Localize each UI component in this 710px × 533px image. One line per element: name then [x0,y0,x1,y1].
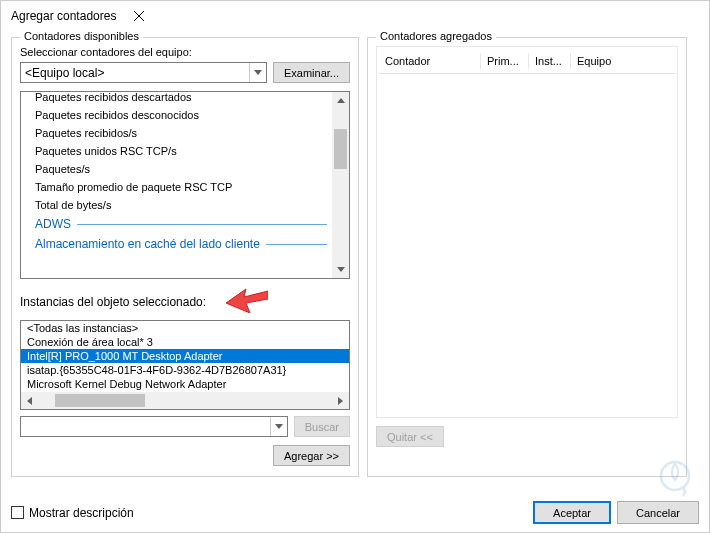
remove-button[interactable]: Quitar << [376,426,444,447]
header-instance[interactable]: Inst... [529,53,571,69]
available-counters-group: Contadores disponibles Seleccionar conta… [11,37,359,477]
available-counters-legend: Contadores disponibles [20,30,143,42]
close-button[interactable] [116,1,161,31]
scroll-down-button[interactable] [332,261,349,278]
arrow-annotation-icon [226,287,268,316]
header-counter[interactable]: Contador [379,53,481,69]
show-description-checkbox[interactable]: Mostrar descripción [11,506,533,520]
added-counters-group: Contadores agregados Contador Prim... In… [367,37,687,477]
titlebar: Agregar contadores [1,1,709,31]
category-label: ADWS [35,217,71,231]
chevron-down-icon [249,63,266,82]
scroll-left-button[interactable] [21,392,38,409]
table-header: Contador Prim... Inst... Equipo [379,49,675,74]
added-counters-table: Contador Prim... Inst... Equipo [376,46,678,418]
instances-label: Instancias del objeto seleccionado: [20,295,206,309]
scroll-thumb[interactable] [334,129,347,169]
add-button[interactable]: Agregar >> [273,445,350,466]
computer-combo[interactable]: <Equipo local> [20,62,267,83]
counter-item[interactable]: Total de bytes/s [21,196,349,214]
counter-item[interactable]: Tamaño promedio de paquete RSC TCP [21,178,349,196]
counter-item[interactable]: Paquetes recibidos/s [21,124,349,142]
counter-item[interactable]: Paquetes/s [21,160,349,178]
computer-value: <Equipo local> [25,66,104,80]
chevron-down-icon [270,417,287,436]
scroll-track[interactable] [38,392,332,409]
bottom-bar: Mostrar descripción Aceptar Cancelar [11,501,699,524]
added-counters-legend: Contadores agregados [376,30,496,42]
category-line [77,224,327,225]
scroll-track[interactable] [332,109,349,261]
header-computer[interactable]: Equipo [571,53,631,69]
header-parent[interactable]: Prim... [481,53,529,69]
counter-item[interactable]: Paquetes recibidos desconocidos [21,106,349,124]
counter-list[interactable]: Paquetes recibidos descartados Paquetes … [20,91,350,279]
counter-category[interactable]: Almacenamiento en caché del lado cliente… [21,234,349,254]
cancel-button[interactable]: Cancelar [617,501,699,524]
checkbox-icon [11,506,24,519]
instance-item[interactable]: Conexión de área local* 3 [21,335,349,349]
instance-item[interactable]: <Todas las instancias> [21,321,349,335]
scrollbar-horizontal[interactable] [21,392,349,409]
window-title: Agregar contadores [11,9,116,23]
search-button[interactable]: Buscar [294,416,350,437]
instance-item[interactable]: isatap.{65355C48-01F3-4F6D-9362-4D7B2680… [21,363,349,377]
search-combo[interactable] [20,416,288,437]
instance-list[interactable]: <Todas las instancias> Conexión de área … [20,320,350,410]
scroll-thumb[interactable] [55,394,145,407]
show-description-label: Mostrar descripción [29,506,134,520]
scroll-up-button[interactable] [332,92,349,109]
category-label: Almacenamiento en caché del lado cliente [35,237,260,251]
category-line [266,244,327,245]
instance-item-selected[interactable]: Intel[R] PRO_1000 MT Desktop Adapter [21,349,349,363]
counter-item[interactable]: Paquetes unidos RSC TCP/s [21,142,349,160]
scrollbar-vertical[interactable] [332,92,349,278]
ok-button[interactable]: Aceptar [533,501,611,524]
counter-item[interactable]: Paquetes recibidos descartados [21,91,349,106]
select-computer-label: Seleccionar contadores del equipo: [20,46,350,58]
browse-button[interactable]: Examinar... [273,62,350,83]
counter-category[interactable]: ADWS ⌄ [21,214,349,234]
close-icon [134,11,144,21]
scroll-right-button[interactable] [332,392,349,409]
instance-item[interactable]: Microsoft Kernel Debug Network Adapter [21,377,349,391]
